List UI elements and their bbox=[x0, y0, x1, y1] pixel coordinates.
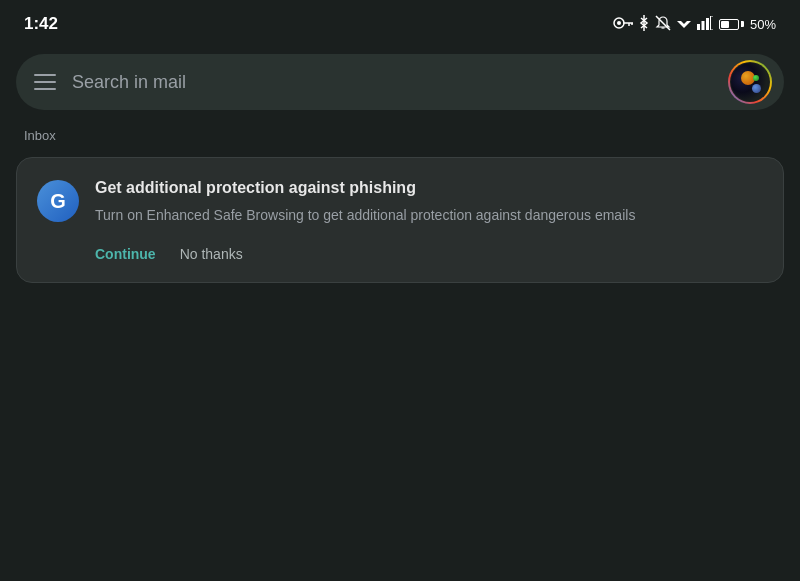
search-bar-container: Search in mail bbox=[0, 44, 800, 120]
svg-rect-12 bbox=[701, 21, 704, 30]
svg-rect-14 bbox=[710, 16, 713, 30]
user-avatar[interactable] bbox=[728, 60, 772, 104]
no-thanks-button[interactable]: No thanks bbox=[180, 242, 243, 266]
battery-percentage: 50% bbox=[750, 17, 776, 32]
card-title: Get additional protection against phishi… bbox=[95, 178, 763, 199]
wifi-icon bbox=[677, 16, 691, 33]
card-description: Turn on Enhanced Safe Browsing to get ad… bbox=[95, 205, 763, 226]
svg-point-1 bbox=[617, 21, 621, 25]
svg-rect-13 bbox=[706, 18, 709, 30]
search-left: Search in mail bbox=[34, 72, 186, 93]
status-time: 1:42 bbox=[24, 14, 58, 34]
bluetooth-icon bbox=[639, 15, 649, 34]
status-icons: 50% bbox=[613, 15, 776, 34]
silent-icon bbox=[655, 15, 671, 34]
search-bar[interactable]: Search in mail bbox=[16, 54, 784, 110]
hamburger-line-3 bbox=[34, 88, 56, 90]
avatar-planet-3 bbox=[753, 75, 759, 81]
avatar-planet-2 bbox=[752, 84, 761, 93]
card-actions: Continue No thanks bbox=[37, 242, 763, 266]
hamburger-line-1 bbox=[34, 74, 56, 76]
notification-card: G Get additional protection against phis… bbox=[16, 157, 784, 283]
signal-icon bbox=[697, 16, 713, 33]
svg-rect-11 bbox=[697, 24, 700, 30]
hamburger-line-2 bbox=[34, 81, 56, 83]
continue-button[interactable]: Continue bbox=[95, 242, 156, 266]
vpn-icon bbox=[613, 16, 633, 33]
inbox-label: Inbox bbox=[0, 120, 800, 149]
battery-icon bbox=[719, 19, 744, 30]
card-header: G Get additional protection against phis… bbox=[37, 178, 763, 226]
status-bar: 1:42 bbox=[0, 0, 800, 44]
google-g-letter: G bbox=[50, 190, 66, 213]
card-text-container: Get additional protection against phishi… bbox=[95, 178, 763, 226]
google-shield-icon: G bbox=[37, 180, 79, 222]
search-placeholder: Search in mail bbox=[72, 72, 186, 93]
hamburger-menu-icon[interactable] bbox=[34, 74, 56, 90]
avatar-image bbox=[731, 63, 769, 101]
